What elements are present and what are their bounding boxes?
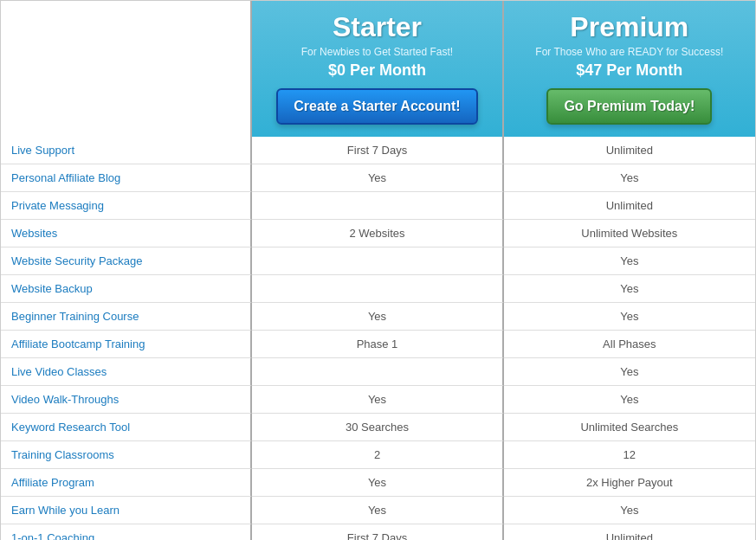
feature-label: Live Video Classes bbox=[1, 358, 252, 386]
feature-premium-value: 12 bbox=[504, 441, 755, 469]
pricing-table: Starter For Newbies to Get Started Fast!… bbox=[0, 0, 756, 540]
feature-premium-value: Unlimited Searches bbox=[504, 414, 755, 441]
feature-label: Affiliate Program bbox=[1, 469, 252, 497]
go-premium-button[interactable]: Go Premium Today! bbox=[546, 88, 712, 125]
feature-starter-value: First 7 Days bbox=[252, 137, 503, 164]
feature-starter-value: 2 Websites bbox=[252, 220, 503, 248]
create-starter-account-button[interactable]: Create a Starter Account! bbox=[276, 88, 477, 125]
feature-starter-value: First 7 Days bbox=[252, 524, 503, 540]
feature-premium-value: Yes bbox=[504, 164, 755, 192]
feature-premium-value: Yes bbox=[504, 303, 755, 331]
feature-label: Keyword Research Tool bbox=[1, 414, 252, 441]
feature-label: Affiliate Bootcamp Training bbox=[1, 331, 252, 358]
feature-label: Website Security Package bbox=[1, 248, 252, 275]
premium-price: $47 Per Month bbox=[513, 61, 746, 80]
feature-starter-value: Yes bbox=[252, 164, 503, 192]
feature-starter-value: 2 bbox=[252, 441, 503, 469]
feature-premium-value: 2x Higher Payout bbox=[504, 469, 755, 497]
starter-plan-name: Starter bbox=[261, 11, 493, 43]
feature-premium-value: Yes bbox=[504, 497, 755, 524]
feature-starter-value: Yes bbox=[252, 469, 503, 497]
feature-starter-value: Yes bbox=[252, 497, 503, 524]
feature-premium-value: Yes bbox=[504, 275, 755, 303]
header-starter: Starter For Newbies to Get Started Fast!… bbox=[252, 1, 503, 137]
feature-label: Video Walk-Throughs bbox=[1, 386, 252, 414]
feature-label: Earn While you Learn bbox=[1, 497, 252, 524]
feature-starter-value bbox=[252, 358, 503, 386]
feature-starter-value bbox=[252, 192, 503, 220]
feature-label: Private Messaging bbox=[1, 192, 252, 220]
feature-label: 1-on-1 Coaching bbox=[1, 524, 252, 540]
feature-premium-value: Yes bbox=[504, 248, 755, 275]
feature-premium-value: Unlimited bbox=[504, 192, 755, 220]
feature-label: Website Backup bbox=[1, 275, 252, 303]
header-premium: Premium For Those Who are READY for Succ… bbox=[504, 1, 755, 137]
feature-starter-value: Yes bbox=[252, 303, 503, 331]
starter-subtitle: For Newbies to Get Started Fast! bbox=[261, 46, 493, 58]
starter-price: $0 Per Month bbox=[261, 61, 493, 80]
feature-premium-value: Yes bbox=[504, 358, 755, 386]
feature-premium-value: All Phases bbox=[504, 331, 755, 358]
feature-starter-value bbox=[252, 248, 503, 275]
feature-premium-value: Unlimited bbox=[504, 524, 755, 540]
premium-subtitle: For Those Who are READY for Success! bbox=[513, 46, 746, 58]
header-empty bbox=[1, 1, 252, 137]
feature-premium-value: Yes bbox=[504, 386, 755, 414]
feature-starter-value bbox=[252, 275, 503, 303]
feature-label: Personal Affiliate Blog bbox=[1, 164, 252, 192]
feature-label: Beginner Training Course bbox=[1, 303, 252, 331]
feature-starter-value: Phase 1 bbox=[252, 331, 503, 358]
feature-label: Training Classrooms bbox=[1, 441, 252, 469]
feature-premium-value: Unlimited bbox=[504, 137, 755, 164]
feature-label: Live Support bbox=[1, 137, 252, 164]
feature-starter-value: Yes bbox=[252, 386, 503, 414]
premium-plan-name: Premium bbox=[513, 11, 746, 43]
feature-premium-value: Unlimited Websites bbox=[504, 220, 755, 248]
feature-starter-value: 30 Searches bbox=[252, 414, 503, 441]
feature-label: Websites bbox=[1, 220, 252, 248]
